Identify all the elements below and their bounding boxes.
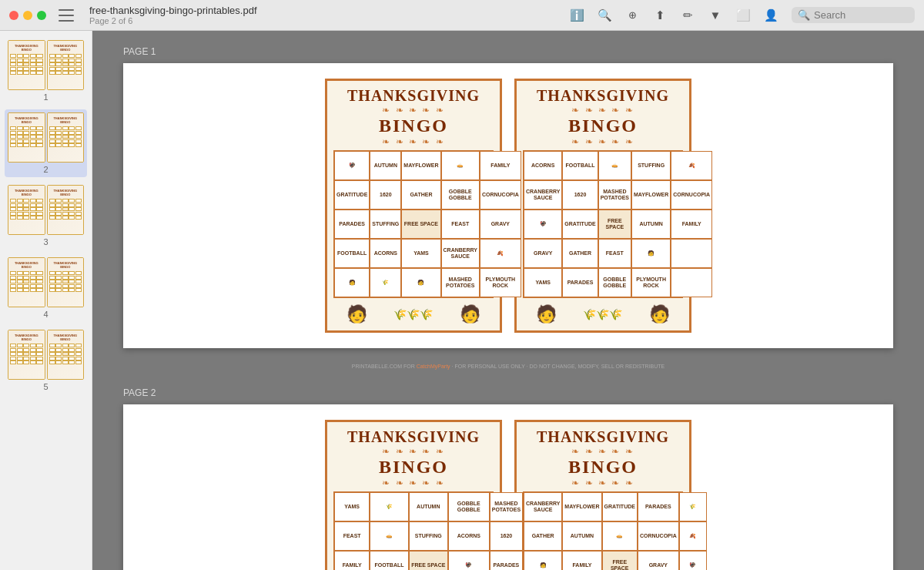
bingo-cell: FAMILY bbox=[334, 551, 370, 570]
bingo-cell: 1620 bbox=[370, 180, 401, 210]
bingo-cell: 🍂 bbox=[671, 151, 712, 180]
bingo-cell: FEAST bbox=[441, 210, 480, 239]
page-section-2: PAGE 2 THANKSGIVING ❧ ❧ ❧ ❧ ❧ BINGO ❧ ❧ … bbox=[123, 387, 893, 570]
bingo-card-3: THANKSGIVING ❧ ❧ ❧ ❧ ❧ BINGO ❧ ❧ ❧ ❧ ❧ Y… bbox=[325, 420, 502, 570]
bingo-cell: AUTUMN bbox=[631, 210, 671, 239]
info-icon[interactable]: ℹ️ bbox=[570, 8, 584, 22]
bingo-cell: 🧑 bbox=[631, 239, 671, 268]
bingo-cell: ACORNS bbox=[524, 151, 562, 180]
bingo-cell: MAYFLOWER bbox=[401, 151, 440, 180]
bingo-cell: PARADES bbox=[562, 268, 598, 297]
thumb-number-5: 5 bbox=[8, 382, 84, 391]
resize-icon[interactable]: ⬜ bbox=[736, 8, 750, 22]
page-1-footer: PRINTABELLE.COM FOR CatchMyParty · FOR P… bbox=[123, 364, 893, 369]
bingo-cell: ACORNS bbox=[448, 521, 490, 551]
thumbnail-page-5[interactable]: THANKSGIVINGBINGO THANKSGIVINGBINGO 5 bbox=[5, 327, 87, 394]
bingo-decoration-4: ❧ ❧ ❧ ❧ ❧ bbox=[523, 446, 683, 457]
bingo-cell: STUFFING bbox=[409, 521, 448, 551]
bingo-cell: CORNUCOPIA bbox=[638, 521, 679, 551]
bingo-cell: 🦃 bbox=[524, 210, 562, 239]
bingo-cell: STUFFING bbox=[370, 210, 401, 239]
bingo-cell: FEAST bbox=[334, 521, 370, 551]
bingo-card-1-subtitle: BINGO bbox=[333, 116, 494, 136]
thumbnail-page-4[interactable]: THANKSGIVINGBINGO THANKSGIVINGBINGO 4 bbox=[5, 254, 87, 322]
bingo-cell: GRAVY bbox=[638, 551, 679, 570]
bingo-card-4-title: THANKSGIVING bbox=[523, 428, 683, 446]
bingo-cell: 1620 bbox=[562, 180, 598, 210]
bingo-cell: FOOTBALL bbox=[334, 239, 370, 268]
bingo-cell: GATHER bbox=[401, 180, 440, 210]
chevron-down-icon[interactable]: ▼ bbox=[708, 8, 722, 22]
thumb-number-1: 1 bbox=[8, 92, 84, 102]
bingo-cell: 🥧 bbox=[598, 151, 631, 180]
thumbnail-page-3[interactable]: THANKSGIVINGBINGO THANKSGIVINGBINGO 3 bbox=[5, 182, 87, 250]
sidebar-toggle-button[interactable] bbox=[59, 9, 74, 22]
bingo-cell bbox=[671, 268, 712, 297]
search-icon: 🔍 bbox=[798, 9, 810, 21]
bingo-cell: 🍂 bbox=[480, 239, 521, 268]
bingo-grid-2: ACORNS FOOTBALL 🥧 STUFFING 🍂 CRANBERRY S… bbox=[523, 150, 683, 298]
bingo-cell: YAMS bbox=[401, 239, 440, 268]
page-section-1: PAGE 1 THANKSGIVING ❧ ❧ ❧ ❧ ❧ BINGO ❧ ❧ … bbox=[123, 46, 893, 369]
bingo-cell: GRATITUDE bbox=[334, 180, 370, 210]
bingo-cell: MASHED POTATOES bbox=[441, 268, 480, 297]
thumbnail-page-2[interactable]: THANKSGIVINGBINGO THANKSGIVINGBINGO bbox=[5, 109, 87, 177]
bingo-title-1: THANKSGIVING ❧ ❧ ❧ ❧ ❧ BINGO ❧ ❧ ❧ ❧ ❧ bbox=[333, 87, 494, 147]
bingo-cell: STUFFING bbox=[631, 151, 671, 180]
titlebar: free-thanksgiving-bingo-printables.pdf P… bbox=[0, 0, 924, 31]
thumb-number-2: 2 bbox=[8, 165, 84, 174]
bingo-cell: GOBBLE GOBBLE bbox=[441, 180, 480, 210]
bingo-free-space: FREE SPACE bbox=[602, 551, 638, 570]
bingo-cell: 🧑 bbox=[524, 551, 562, 570]
bingo-cell: MAYFLOWER bbox=[631, 180, 671, 210]
thumbnail-page-1[interactable]: THANKSGIVINGBINGO THANKSGIVINGBINGO bbox=[5, 37, 87, 105]
bingo-card-2-title: THANKSGIVING bbox=[523, 87, 683, 105]
share-icon[interactable]: ⬆ bbox=[653, 8, 667, 22]
bingo-grid-3: YAMS 🌾 AUTUMN GOBBLE GOBBLE MASHED POTAT… bbox=[333, 491, 494, 570]
bingo-free-space: FREE SPACE bbox=[409, 551, 448, 570]
page-1-label: PAGE 1 bbox=[123, 46, 893, 57]
bingo-free-space: FREE SPACE bbox=[401, 210, 440, 239]
traffic-lights bbox=[9, 11, 46, 20]
bingo-cell: GATHER bbox=[524, 521, 562, 551]
bingo-cell: FAMILY bbox=[671, 210, 712, 239]
search-box[interactable]: 🔍 bbox=[792, 7, 915, 23]
minimize-button[interactable] bbox=[23, 11, 32, 20]
bingo-cell: 🧑 bbox=[334, 268, 370, 297]
bingo-cell: 🦃 bbox=[334, 151, 370, 180]
bingo-cell: ACORNS bbox=[370, 239, 401, 268]
bingo-decoration-4b: ❧ ❧ ❧ ❧ ❧ bbox=[523, 478, 683, 488]
bingo-decoration-2: ❧ ❧ ❧ ❧ ❧ bbox=[523, 105, 683, 116]
bingo-cell: CORNUCOPIA bbox=[671, 180, 712, 210]
bingo-cell: 🦃 bbox=[679, 551, 707, 570]
zoom-in-icon[interactable]: ⊕ bbox=[625, 8, 639, 22]
maximize-button[interactable] bbox=[37, 11, 46, 20]
page-info: Page 2 of 6 bbox=[89, 16, 257, 25]
bingo-cell: CRANBERRY SAUCE bbox=[524, 180, 562, 210]
bingo-cell: GRAVY bbox=[524, 239, 562, 268]
profile-icon[interactable]: 👤 bbox=[764, 8, 778, 22]
bingo-decoration-3b: ❧ ❧ ❧ ❧ ❧ bbox=[333, 478, 494, 488]
bingo-cell: FOOTBALL bbox=[562, 151, 598, 180]
zoom-out-icon[interactable]: 🔍 bbox=[598, 8, 611, 22]
bingo-cell: MAYFLOWER bbox=[562, 492, 601, 521]
bingo-cell: 🦃 bbox=[448, 551, 490, 570]
bingo-cell: AUTUMN bbox=[370, 151, 401, 180]
bingo-card-3-subtitle: BINGO bbox=[333, 457, 494, 478]
page-2-spread: THANKSGIVING ❧ ❧ ❧ ❧ ❧ BINGO ❧ ❧ ❧ ❧ ❧ Y… bbox=[123, 404, 893, 570]
annotate-icon[interactable]: ✏ bbox=[681, 8, 695, 22]
bingo-card-1: THANKSGIVING ❧ ❧ ❧ ❧ ❧ BINGO ❧ ❧ ❧ ❧ ❧ 🦃… bbox=[325, 79, 502, 333]
bingo-grid-1: 🦃 AUTUMN MAYFLOWER 🥧 FAMILY GRATITUDE 16… bbox=[333, 150, 494, 298]
bingo-cell: FEAST bbox=[598, 239, 631, 268]
bingo-decoration-1: ❧ ❧ ❧ ❧ ❧ bbox=[333, 105, 494, 116]
close-button[interactable] bbox=[9, 11, 18, 20]
bingo-cell: MASHED POTATOES bbox=[598, 180, 631, 210]
bingo-cell: PLYMOUTH ROCK bbox=[631, 268, 671, 297]
search-input[interactable] bbox=[814, 9, 906, 21]
bingo-cell: YAMS bbox=[334, 492, 370, 521]
bingo-card-2-subtitle: BINGO bbox=[523, 116, 683, 136]
bingo-card-4-subtitle: BINGO bbox=[523, 457, 683, 478]
bingo-card-4: THANKSGIVING ❧ ❧ ❧ ❧ ❧ BINGO ❧ ❧ ❧ ❧ ❧ C… bbox=[514, 420, 691, 570]
bingo-grid-4: CRANBERRY SAUCE MAYFLOWER GRATITUDE PARA… bbox=[523, 491, 683, 570]
bingo-cell: FAMILY bbox=[562, 551, 601, 570]
